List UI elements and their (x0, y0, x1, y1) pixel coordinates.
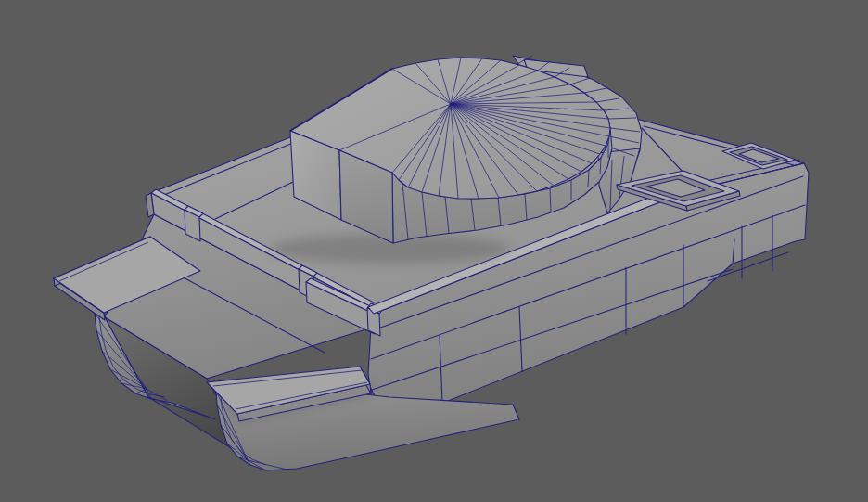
viewport-canvas[interactable] (0, 0, 868, 502)
viewport-render[interactable] (0, 0, 868, 502)
